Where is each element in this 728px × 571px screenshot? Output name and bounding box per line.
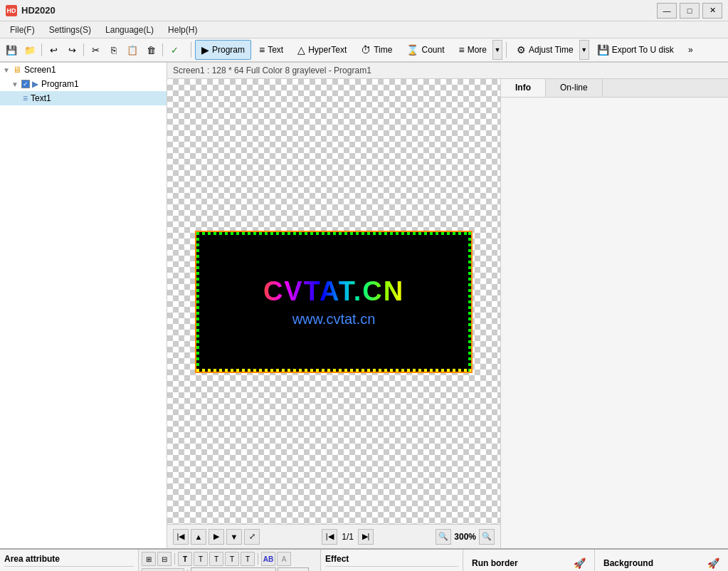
te-a-btn[interactable]: A <box>277 552 291 566</box>
nav-first[interactable]: |◀ <box>173 529 189 545</box>
run-border-panel: Run border 🚀 Border Style -------- Solid… <box>463 550 595 571</box>
nav-prev-fast[interactable]: ▲ <box>191 529 206 545</box>
canvas-border-left <box>196 232 199 372</box>
program-icon: ▶ <box>201 44 209 56</box>
toolbar-text[interactable]: ≡ Text <box>253 40 290 60</box>
toolbar-undo[interactable]: ↩ <box>45 41 62 58</box>
canvas-text-row1: CVTAT.CN <box>263 276 404 307</box>
more-dropdown-arrow[interactable]: ▼ <box>492 40 502 60</box>
menubar: File(F) Settings(S) Language(L) Help(H) <box>0 21 728 38</box>
run-border-title: Run border <box>472 558 518 568</box>
toolbar-paste[interactable]: 📋 <box>124 41 141 58</box>
count-icon: ⌛ <box>406 44 418 56</box>
minimize-button[interactable]: — <box>657 3 677 19</box>
page-nav: |◀ 1/1 ▶| <box>322 529 374 545</box>
zoom-group: 🔍 300% 🔍 <box>436 529 495 545</box>
font-select[interactable]: Arial <box>191 567 276 571</box>
program-checkbox[interactable] <box>21 80 30 88</box>
background-header: Background 🚀 <box>599 554 724 571</box>
zoom-in[interactable]: 🔍 <box>479 529 495 545</box>
background-panel: Background 🚀 Background ▼ <box>595 550 728 571</box>
te-t4-btn[interactable]: T <box>225 552 239 566</box>
app-title: HD2020 <box>21 5 56 16</box>
toolbar-cut[interactable]: ✂ <box>87 41 104 58</box>
toolbar-more-group: ≡ More ▼ <box>453 40 503 60</box>
toolbar-copy[interactable]: ⎘ <box>105 41 122 58</box>
tree-item-screen1[interactable]: ▼ 🖥 Screen1 <box>0 63 167 77</box>
expand-arrow: ▼ <box>3 66 10 74</box>
toolbar-count[interactable]: ⌛ Count <box>400 40 450 60</box>
close-button[interactable]: ✕ <box>702 3 722 19</box>
toolbar-time[interactable]: ⏱ Time <box>354 40 399 60</box>
te-t-btn[interactable]: T <box>178 552 192 566</box>
te-t5-btn[interactable]: T <box>241 552 255 566</box>
export-icon: 💾 <box>597 44 609 56</box>
tab-info[interactable]: Info <box>501 79 546 97</box>
canvas-border-right <box>468 232 471 372</box>
effect-title: Effect <box>325 554 458 567</box>
canvas-header: Screen1 : 128 * 64 Full Color 8 grayleve… <box>167 63 728 79</box>
menu-file[interactable]: File(F) <box>3 23 42 36</box>
te-icon2[interactable]: ⊟ <box>157 552 172 566</box>
te-dir-btn[interactable]: Right->Left <box>142 568 184 571</box>
bottom-area: Area attribute Area position X Y Width H… <box>0 548 728 571</box>
toolbar-save[interactable]: 💾 <box>3 41 20 58</box>
canvas-footer: |◀ ▲ ▶ ▼ ⤢ |◀ 1/1 ▶| 🔍 300% 🔍 <box>167 524 500 548</box>
toolbar-check[interactable]: ✓ <box>166 41 183 58</box>
titlebar-controls: — □ ✕ <box>657 3 722 19</box>
te-sep2 <box>258 553 258 565</box>
toolbar-export[interactable]: 💾 Export To U disk <box>591 40 680 60</box>
nav-group: |◀ ▲ ▶ ▼ ⤢ <box>173 529 260 545</box>
tree-item-program1[interactable]: ▼ ▶ Program1 <box>0 77 167 91</box>
menu-language[interactable]: Language(L) <box>98 23 161 36</box>
toolbar-redo[interactable]: ↪ <box>63 41 80 58</box>
page-next[interactable]: ▶| <box>358 529 374 545</box>
expand-arrow-program: ▼ <box>11 80 19 88</box>
toolbar-open[interactable]: 📁 <box>21 41 38 58</box>
toolbar-delete[interactable]: 🗑 <box>142 41 159 58</box>
toolbar-more-right[interactable]: » <box>682 40 700 60</box>
canvas-display: CVTAT.CN www.cvtat.cn <box>195 231 473 373</box>
zoom-out[interactable]: 🔍 <box>436 529 451 545</box>
canvas-border-top <box>196 232 471 235</box>
program-icon-tree: ▶ <box>32 79 38 89</box>
nav-fit[interactable]: ⤢ <box>244 529 260 545</box>
tree-item-text1[interactable]: ≡ Text1 <box>0 91 167 105</box>
toolbar-more[interactable]: ≡ More <box>453 40 493 60</box>
main-toolbar: 💾 📁 ↩ ↪ ✂ ⎘ 📋 🗑 ✓ ▶ Program ≡ Text △ Hyp… <box>0 38 728 63</box>
maximize-button[interactable]: □ <box>680 3 700 19</box>
toolbar-adjusttime-group: ⚙ Adjust Time ▼ <box>510 40 589 60</box>
hypertext-icon: △ <box>297 44 305 56</box>
text-editor-panel: ⊞ ⊟ T T T T T AB A Right->Left Arial 25 <box>139 550 321 571</box>
te-t3-btn[interactable]: T <box>209 552 223 566</box>
toolbar-sep-main <box>191 42 191 58</box>
te-ab-btn[interactable]: AB <box>261 552 275 566</box>
te-icon1[interactable]: ⊞ <box>142 552 156 566</box>
area-attr-title: Area attribute <box>4 554 134 567</box>
background-rocket-icon[interactable]: 🚀 <box>707 557 719 569</box>
text-icon: ≡ <box>259 44 265 56</box>
tab-online[interactable]: On-line <box>546 79 603 97</box>
toolbar-sep1 <box>41 43 42 56</box>
run-border-header: Run border 🚀 <box>468 554 590 571</box>
toolbar-adjust-time[interactable]: ⚙ Adjust Time <box>510 40 579 60</box>
area-attr-panel: Area attribute Area position X Y Width H… <box>0 550 139 571</box>
nav-last[interactable]: ▼ <box>226 529 242 545</box>
toolbar-sep3 <box>162 43 163 56</box>
menu-settings[interactable]: Settings(S) <box>42 23 98 36</box>
canvas-content[interactable]: CVTAT.CN www.cvtat.cn <box>167 79 500 524</box>
text-toolbar: ⊞ ⊟ T T T T T AB A Right->Left Arial 25 <box>139 550 320 571</box>
menu-help[interactable]: Help(H) <box>161 23 204 36</box>
nav-next-fast[interactable]: ▶ <box>209 529 224 545</box>
page-prev[interactable]: |◀ <box>322 529 337 545</box>
run-border-rocket-icon[interactable]: 🚀 <box>574 557 586 569</box>
right-tabs: Info On-line <box>501 79 728 98</box>
effect-panel: Effect Effect Show immedia Scroll Left S… <box>321 550 463 571</box>
toolbar-program[interactable]: ▶ Program <box>195 40 251 60</box>
canvas-wrapper: Screen1 : 128 * 64 Full Color 8 grayleve… <box>167 63 728 548</box>
adjusttime-dropdown-arrow[interactable]: ▼ <box>579 40 589 60</box>
main-content: ▼ 🖥 Screen1 ▼ ▶ Program1 ≡ Text1 Screen1… <box>0 63 728 548</box>
toolbar-hypertext[interactable]: △ HyperText <box>291 40 353 60</box>
te-t2-btn[interactable]: T <box>194 552 208 566</box>
size-select[interactable]: 25 <box>278 567 309 571</box>
